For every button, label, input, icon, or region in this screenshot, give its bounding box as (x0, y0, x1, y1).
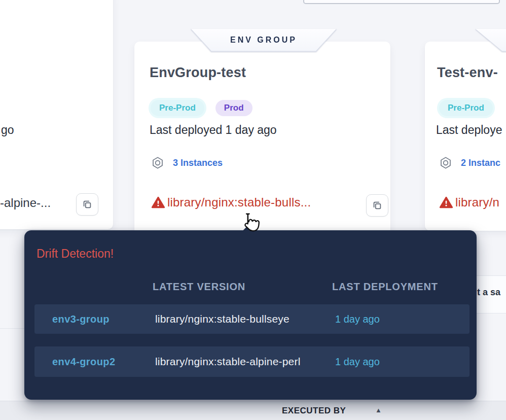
column-header-latest-version: LATEST VERSION (153, 281, 245, 293)
copy-icon (82, 199, 93, 210)
copy-button[interactable] (366, 194, 388, 217)
env-group-ribbon-partial (475, 29, 506, 52)
env-link[interactable]: env4-group2 (52, 346, 115, 377)
badge-pre-prod: Pre-Prod (439, 100, 493, 116)
warning-triangle-icon (439, 195, 453, 209)
instances-link[interactable]: 3 Instances (151, 156, 223, 169)
last-deployed-text: Last deploye (436, 123, 502, 137)
instances-label: 2 Instanc (461, 158, 500, 168)
env-group-card-right[interactable]: Test-env- Pre-Prod Last deploye 2 Instan… (425, 42, 506, 231)
background-row-divider (0, 328, 24, 329)
drift-warning-row: library/n (439, 195, 499, 209)
background-partial-text: t a sa (477, 287, 500, 298)
instances-label: 3 Instances (173, 158, 223, 168)
image-tag-text: -alpine-... (0, 196, 51, 210)
env-group-ribbon: ENV GROUP (191, 29, 337, 52)
hexagon-instances-icon (439, 156, 452, 169)
card-title: Test-env- (437, 65, 498, 81)
top-panel-edge (303, 0, 500, 4)
column-header-last-deployment: LAST DEPLOYMENT (332, 281, 438, 293)
ribbon-label: ENV GROUP (230, 36, 297, 45)
latest-version-value: library/nginx:stable-alpine-perl (155, 346, 301, 377)
card-title: EnvGroup-test (150, 65, 246, 81)
drift-table-row: env3-group library/nginx:stable-bullseye… (34, 304, 469, 334)
column-header-executed-by[interactable]: EXECUTED BY (282, 406, 346, 416)
last-deployed-text: Last deployed 1 day ago (150, 123, 277, 137)
env-group-card-center[interactable]: EnvGroup-test Pre-Prod Prod Last deploye… (134, 42, 390, 239)
latest-version-value: library/nginx:stable-bullseye (155, 304, 290, 334)
hexagon-instances-icon (151, 156, 164, 169)
badge-prod: Prod (215, 100, 252, 116)
table-header-bar: EXECUTED BY ▲ (0, 401, 506, 420)
image-tag-warning-text[interactable]: library/n (455, 195, 499, 209)
copy-button[interactable] (76, 193, 98, 216)
last-deployment-value: 1 day ago (335, 346, 380, 377)
drift-table-row: env4-group2 library/nginx:stable-alpine-… (34, 346, 469, 377)
copy-icon (372, 200, 383, 211)
instances-link[interactable]: 2 Instanc (439, 156, 500, 169)
image-tag-warning-text[interactable]: library/nginx:stable-bulls... (167, 195, 311, 209)
badge-row: Pre-Prod (439, 100, 493, 116)
drift-detection-title: Drift Detection! (37, 247, 114, 261)
drift-warning-row: library/nginx:stable-bulls... (151, 195, 311, 209)
env-group-card-left[interactable]: go -alpine-... (0, 0, 113, 229)
warning-triangle-icon (151, 195, 165, 209)
badge-row: Pre-Prod Prod (151, 100, 252, 116)
env-link[interactable]: env3-group (52, 304, 110, 334)
last-deployment-value: 1 day ago (335, 304, 380, 334)
last-deployed-text: go (1, 123, 14, 137)
drift-detection-tooltip: Drift Detection! LATEST VERSION LAST DEP… (24, 230, 477, 400)
page: t a sa EXECUTED BY ▲ go -alpine-... EnvG… (0, 0, 506, 420)
badge-pre-prod: Pre-Prod (151, 100, 204, 116)
sort-asc-icon: ▲ (375, 406, 382, 414)
